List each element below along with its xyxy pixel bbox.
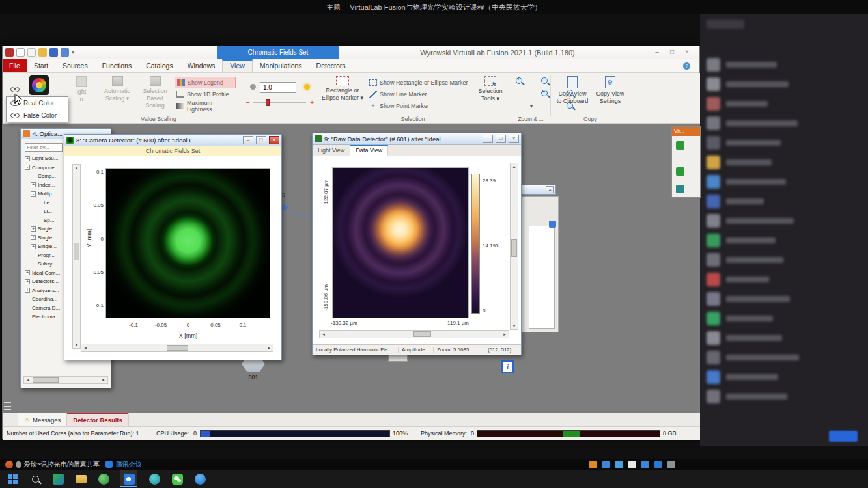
participant-row[interactable] [707, 308, 864, 328]
close-button[interactable]: × [682, 48, 692, 55]
qq-browser-icon[interactable] [148, 473, 160, 485]
share-control-icon[interactable] [628, 461, 636, 468]
folder-icon[interactable] [38, 48, 47, 57]
contextual-tab-chromatic-fields-set[interactable]: Chromatic Fields Set [217, 46, 339, 59]
slider-minus-icon[interactable]: − [246, 99, 250, 106]
scroll-up-icon[interactable]: ▴ [73, 165, 80, 171]
share-control-icon[interactable] [615, 461, 623, 468]
horizontal-scrollbar[interactable]: ◂ ▸ [319, 330, 509, 338]
show-legend-toggle[interactable]: Show Legend [175, 77, 236, 88]
tencent-meeting-app-icon[interactable] [120, 470, 137, 487]
tab-functions[interactable]: Functions [95, 59, 139, 72]
lightness-slider[interactable]: − + [246, 98, 314, 108]
copy-view-to-clipboard-button[interactable]: Copy View to Clipboard [555, 75, 590, 117]
share-control-icon[interactable] [589, 461, 597, 468]
scroll-right-icon[interactable]: ▸ [266, 344, 272, 352]
camera-detector-titlebar[interactable]: 8: "Camera Detector" (# 600) after "Idea… [64, 135, 281, 146]
share-brand[interactable]: 腾讯会议 [116, 460, 142, 469]
selection-tools-button[interactable]: ► Selection Tools ▾ [473, 75, 508, 117]
scroll-right-icon[interactable]: ▸ [501, 331, 508, 338]
raw-data-plot[interactable] [332, 167, 469, 318]
maximize-button[interactable]: □ [496, 135, 506, 143]
save-icon[interactable] [49, 48, 58, 57]
wechat-icon[interactable] [171, 473, 183, 485]
scroll-up-icon[interactable]: ▴ [511, 163, 518, 170]
scroll-down-icon[interactable]: ▾ [511, 323, 518, 329]
zoom-out-icon[interactable]: − [540, 89, 550, 99]
tab-data-view[interactable]: Data View [350, 145, 388, 156]
vir-window-titlebar[interactable]: Vir... [672, 127, 700, 136]
minimize-button[interactable]: – [243, 136, 253, 144]
tab-view[interactable]: View [222, 59, 253, 72]
share-control-icon[interactable] [602, 461, 610, 468]
zoom-fit-icon[interactable] [540, 77, 550, 87]
participant-row[interactable] [707, 328, 864, 347]
show-1d-profile-toggle[interactable]: Show 1D Profile [175, 88, 236, 100]
share-control-icon[interactable] [654, 461, 662, 468]
tab-detectors[interactable]: Detectors [309, 59, 353, 72]
app-logo-icon[interactable] [5, 48, 14, 57]
tab-windows[interactable]: Windows [180, 59, 223, 72]
tab-file[interactable]: File [3, 59, 27, 72]
participant-row[interactable] [707, 386, 864, 406]
participant-row[interactable] [707, 367, 864, 386]
close-button[interactable]: × [546, 186, 554, 193]
camera-detector-plot[interactable] [105, 168, 270, 318]
new-document-icon[interactable] [16, 48, 25, 57]
show-line-marker-toggle[interactable]: Show Line Marker [367, 88, 470, 100]
scroll-left-icon[interactable]: ◂ [320, 331, 327, 338]
participant-row[interactable] [707, 74, 864, 94]
participant-row[interactable] [707, 289, 864, 308]
participant-row[interactable] [707, 269, 864, 289]
scrollbar-thumb[interactable] [74, 243, 79, 260]
save-all-icon[interactable] [61, 48, 69, 57]
zoom-dropdown-icon[interactable]: ▾ [530, 103, 533, 109]
tab-manipulations[interactable]: Manipulations [253, 59, 309, 72]
participant-row[interactable] [707, 152, 864, 172]
participant-row[interactable] [707, 250, 864, 269]
slider-plus-icon[interactable]: + [310, 99, 314, 106]
share-control-icon[interactable] [641, 461, 649, 468]
scroll-left-icon[interactable]: ◂ [82, 344, 89, 352]
close-button[interactable]: × [269, 136, 279, 144]
windows-start-button[interactable] [7, 473, 18, 485]
scroll-left-icon[interactable]: ◂ [25, 377, 31, 383]
scroll-right-icon[interactable]: ▸ [100, 377, 107, 383]
minimize-button[interactable]: – [483, 135, 493, 143]
info-button[interactable]: i [501, 360, 514, 373]
open-document-icon[interactable] [27, 48, 36, 57]
tab-catalogs[interactable]: Catalogs [139, 59, 180, 72]
participant-row[interactable] [707, 211, 864, 230]
scrollbar-thumb[interactable] [413, 331, 431, 337]
filter-input[interactable] [25, 143, 63, 152]
help-icon[interactable]: ? [683, 62, 690, 70]
participant-row[interactable] [707, 113, 864, 133]
participant-row[interactable] [707, 133, 864, 152]
horizontal-scrollbar[interactable]: ◂ ▸ [81, 344, 273, 352]
qq-icon[interactable] [194, 473, 206, 485]
taskbar-app-icon-1[interactable] [52, 473, 64, 485]
participant-row[interactable] [707, 191, 864, 211]
vertical-scrollbar[interactable]: ▴ ▾ [72, 164, 81, 349]
file-explorer-icon[interactable] [75, 473, 87, 485]
maximize-button[interactable]: □ [256, 136, 266, 144]
meeting-action-button[interactable] [829, 431, 858, 442]
horizontal-scrollbar[interactable]: ◂ ▸ [23, 376, 108, 384]
share-control-icon[interactable] [667, 461, 675, 468]
participant-row[interactable] [707, 172, 864, 191]
quick-access-dropdown-icon[interactable]: ▾ [72, 49, 74, 55]
participant-row[interactable] [707, 230, 864, 250]
copy-view-settings-button[interactable]: ⚙ Copy View Settings [593, 75, 628, 117]
participant-row[interactable] [707, 347, 864, 367]
maximum-lightness-toggle[interactable]: Maximum Lightness [175, 100, 236, 112]
tab-detector-results[interactable]: Detector Results [67, 413, 129, 426]
chromatic-color-icon[interactable] [29, 75, 49, 95]
browser-icon[interactable] [98, 473, 109, 485]
tab-light-view[interactable]: Light View [313, 145, 350, 156]
slider-handle[interactable] [266, 99, 270, 106]
scrollbar-thumb[interactable] [511, 239, 517, 257]
zoom-in-icon[interactable]: + [515, 77, 525, 87]
participant-row[interactable] [707, 94, 864, 113]
close-button[interactable]: × [509, 135, 519, 143]
background-window-titlebar[interactable]: × [516, 185, 556, 195]
